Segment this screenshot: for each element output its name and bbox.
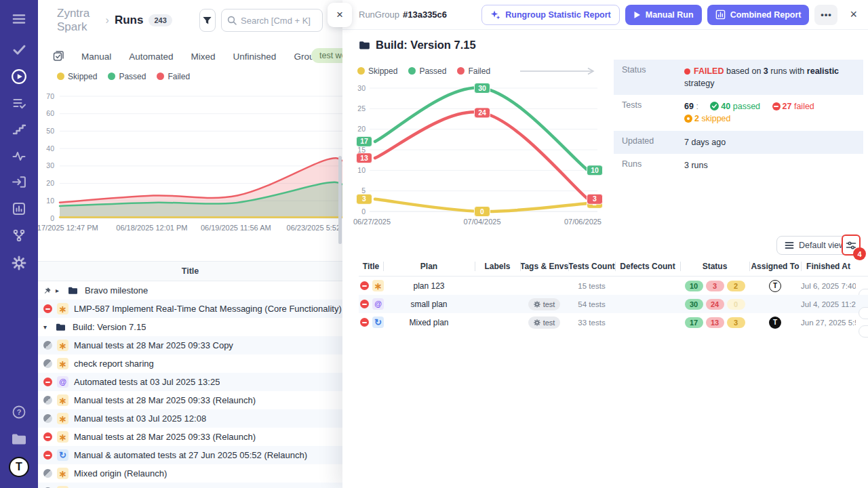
svg-text:20: 20 (46, 179, 54, 187)
list-check-icon[interactable] (12, 96, 26, 110)
assignee-avatar[interactable]: T (769, 280, 781, 292)
run-list-item[interactable]: Manual tests at 28 Mar 2025 09:33 (Relau… (38, 428, 342, 446)
run-list-item[interactable]: check report sharing (38, 354, 342, 373)
more-actions-button[interactable]: ••• (814, 5, 837, 25)
runs-play-circle-icon[interactable] (11, 68, 27, 85)
table-row[interactable]: plan 123 15 tests 10 3 2 T Jul (359, 277, 868, 295)
scrollbar-thumb[interactable] (338, 156, 342, 244)
run-title: Bravo milestone (85, 285, 148, 296)
statistic-report-button[interactable]: Rungroup Statistic Report (481, 5, 620, 25)
settings-gear-icon[interactable] (12, 256, 26, 270)
assignee-avatar[interactable]: T (769, 317, 781, 329)
rungroup-close-button[interactable]: × (850, 7, 857, 22)
plan-cell[interactable]: plan 123 (383, 281, 475, 291)
projects-folder-icon[interactable] (11, 432, 27, 446)
menu-icon[interactable] (12, 12, 26, 26)
left-chart-legend: SkippedPassedFailed (57, 72, 190, 81)
tests-count-cell: 54 tests (568, 300, 615, 308)
svg-text:17: 17 (360, 137, 368, 145)
run-origin-icon (372, 280, 384, 291)
manual-run-button[interactable]: Manual Run (625, 5, 702, 25)
run-list-item[interactable]: Manual tests at 03 Jul 2025 12:08 (38, 409, 342, 428)
breadcrumb-project[interactable]: Zyntra Spark (57, 7, 100, 34)
run-origin-icon (57, 468, 68, 479)
run-origin-icon (57, 340, 68, 351)
select-all-icon[interactable] (53, 51, 64, 62)
search-input[interactable] (241, 16, 317, 26)
table-column-header[interactable]: Tests Count (568, 262, 615, 271)
legend-dot (108, 73, 115, 80)
run-origin-icon (57, 376, 68, 388)
run-origin-icon (57, 358, 68, 369)
gear-icon (534, 301, 540, 308)
run-list-item[interactable]: Build: Version 7.15 (38, 318, 342, 336)
svg-text:3: 3 (593, 195, 597, 203)
runs-tab[interactable]: Manual (81, 52, 111, 62)
group-runs-table: TitlePlanLabelsTags & EnvsTests CountDef… (359, 256, 868, 331)
panel-close-button[interactable]: × (328, 3, 352, 27)
runs-tab[interactable]: Unfinished (233, 52, 277, 62)
bar-chart-icon[interactable] (12, 201, 26, 216)
status-pills: 10 3 2 (680, 281, 749, 291)
rungroup-header: RunGroup #13a335c6 Rungroup Statistic Re… (342, 0, 868, 30)
runs-tab[interactable]: Mixed (191, 52, 216, 62)
help-icon[interactable]: ? (12, 405, 26, 420)
table-row[interactable]: Mixed plan test 33 tests 17 13 3 (359, 313, 868, 331)
folder-icon (68, 286, 78, 295)
run-list-item[interactable]: Automated tests at 03 Jul 2025 13:25 (38, 373, 342, 391)
run-status-icon (43, 396, 52, 405)
list-header-title[interactable]: Title (38, 261, 342, 281)
table-column-header[interactable]: Labels (475, 262, 520, 271)
runs-count-badge: 243 (149, 14, 172, 26)
legend-dot (457, 67, 465, 75)
filter-button[interactable] (199, 9, 216, 32)
git-branch-icon[interactable] (12, 228, 26, 243)
table-column-header[interactable]: Status (680, 262, 749, 271)
run-list-item[interactable]: LMP-587 Implement Real-Time Chat Messagi… (38, 300, 342, 318)
combined-report-button[interactable]: Combined Report (707, 5, 810, 25)
svg-text:06/17/2025 12:47 PM: 06/17/2025 12:47 PM (38, 224, 98, 232)
user-avatar[interactable]: T (9, 457, 29, 477)
rungroup-id: #13a335c6 (403, 9, 447, 20)
table-column-header[interactable]: Title (359, 262, 383, 271)
failed-dot-icon (684, 68, 690, 75)
detail-row-status: Status FAILED based on 3 runs with reali… (614, 60, 863, 95)
tag-pill[interactable]: test (528, 298, 561, 310)
table-column-header[interactable]: Assigned To (749, 262, 801, 271)
table-column-header[interactable]: Finished At (801, 262, 856, 271)
table-column-header[interactable]: Defects Count (615, 262, 680, 271)
app-sidebar: ? T (0, 0, 38, 488)
run-list-item[interactable] (38, 483, 342, 488)
run-list-item[interactable]: Mixed origin (Relaunch) (38, 464, 342, 483)
gear-icon (534, 319, 540, 326)
run-list-item[interactable]: Bravo milestone (38, 281, 342, 300)
chevron-icon[interactable] (56, 287, 64, 294)
svg-text:30: 30 (357, 84, 366, 92)
plan-cell[interactable]: small plan (383, 300, 475, 309)
import-icon[interactable] (12, 174, 27, 190)
legend-dot (357, 67, 365, 75)
chevron-icon[interactable] (43, 324, 52, 331)
run-list-item[interactable]: Manual tests at 28 Mar 2025 09:33 Copy (38, 336, 342, 354)
finished-at-cell: Jul 6, 2025 7:40 (801, 282, 856, 290)
table-row[interactable]: small plan test 54 tests 30 24 0 (359, 295, 868, 313)
legend-item: Failed (157, 72, 190, 81)
run-list-item[interactable]: Manual tests at 28 Mar 2025 09:33 (Relau… (38, 391, 342, 409)
filter-tag-pill[interactable]: test work (311, 48, 342, 63)
svg-text:25: 25 (357, 104, 366, 113)
plan-cell[interactable]: Mixed plan (383, 318, 475, 327)
rungroup-panel: RunGroup #13a335c6 Rungroup Statistic Re… (342, 0, 868, 488)
check-icon[interactable] (12, 42, 26, 57)
tag-pill[interactable]: test (528, 317, 561, 329)
status-pills: 17 13 3 (680, 317, 749, 328)
run-status-icon (43, 414, 52, 423)
run-status-icon (360, 300, 369, 308)
run-list-item[interactable]: Manual & automated tests at 27 Jun 2025 … (38, 446, 342, 464)
table-column-header[interactable]: Tags & Envs (520, 262, 568, 271)
activity-pulse-icon[interactable] (12, 148, 26, 163)
runs-tab[interactable]: Automated (129, 52, 173, 62)
assigned-to-cell: T (749, 317, 801, 329)
table-column-header[interactable]: Plan (383, 262, 475, 271)
steps-icon[interactable] (12, 122, 26, 137)
svg-text:3: 3 (362, 195, 366, 203)
